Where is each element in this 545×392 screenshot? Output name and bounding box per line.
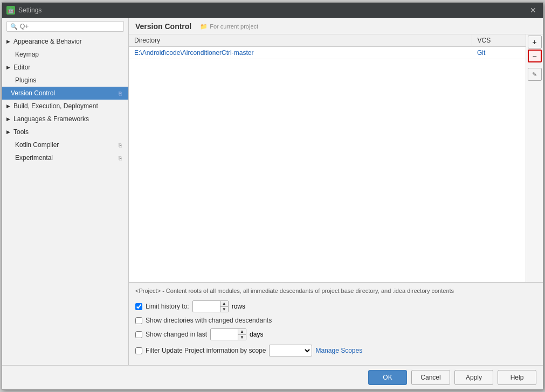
limit-history-unit: rows [232,303,245,310]
content-area: Directory VCS E:\Android\code\Airconditi… [129,34,543,365]
spinner-down[interactable]: ▼ [238,334,246,340]
help-button[interactable]: Help [498,370,536,385]
scope-dropdown[interactable] [269,345,312,356]
arrow-icon: ▶ [6,65,10,70]
edit-button[interactable]: ✎ [528,68,542,81]
arrow-icon: ▶ [6,129,10,135]
add-button[interactable]: + [528,36,542,48]
external-icon: ⎘ [119,90,122,96]
spinner-up[interactable]: ▲ [238,328,246,334]
sidebar-item-label: Version Control [11,89,55,97]
dialog-footer: OK Cancel Apply Help [2,365,543,389]
sidebar-item-label: Kotlin Compiler [11,141,59,149]
show-changed-last-row: Show changed in last 31 ▲ ▼ days [135,328,536,340]
limit-history-text: Limit history to: [146,303,189,310]
sidebar-item-label: Tools [13,128,29,136]
sidebar-item-plugins[interactable]: Plugins [2,74,128,87]
sidebar-item-label: Editor [13,64,30,71]
limit-history-row: Limit history to: 1,000 ▲ ▼ rows [135,300,536,312]
limit-history-value[interactable]: 1,000 [193,302,220,311]
show-changed-checkbox[interactable] [135,317,142,324]
table-toolbar: + − ✎ [526,34,543,282]
sidebar-item-kotlin[interactable]: Kotlin Compiler ⎘ [2,138,128,151]
sidebar-item-label: Languages & Frameworks [13,115,89,123]
external-icon: ⎘ [119,155,122,161]
directory-cell: E:\Android\code\AirconditionerCtrl-maste… [129,47,472,59]
remove-button[interactable]: − [528,50,542,62]
settings-dialog: 🤖 Settings ✕ 🔍 ▶ Appearance & Behavior K… [2,2,543,390]
days-value[interactable]: 31 [211,330,238,339]
external-icon: ⎘ [119,142,122,148]
spinner-up[interactable]: ▲ [220,300,228,306]
vcs-column-header: VCS [472,34,526,47]
cancel-button[interactable]: Cancel [411,370,450,385]
dialog-title: Settings [18,6,42,14]
settings-area: <Project> - Content roots of all modules… [129,283,543,365]
sidebar-item-languages[interactable]: ▶ Languages & Frameworks [2,113,128,125]
search-input[interactable] [20,23,120,30]
manage-scopes-button[interactable]: Manage Scopes [315,347,362,354]
directory-column-header: Directory [129,34,472,47]
sidebar-item-experimental[interactable]: Experimental ⎘ [2,151,128,164]
days-unit: days [250,331,263,338]
title-bar-left: 🤖 Settings [6,6,42,15]
limit-history-input-wrap: 1,000 ▲ ▼ [192,300,229,312]
table-container: Directory VCS E:\Android\code\Airconditi… [129,34,543,283]
dialog-body: 🔍 ▶ Appearance & Behavior Keymap ▶ Edito… [2,18,543,365]
sidebar-item-label: Plugins [15,76,36,84]
sidebar-item-label: Appearance & Behavior [13,38,82,45]
sidebar-item-label: Build, Execution, Deployment [13,102,98,110]
panel-title: Version Control [135,22,191,31]
days-spinners: ▲ ▼ [238,328,246,340]
filter-update-label[interactable]: Filter Update Project information by sco… [135,347,266,354]
sidebar: 🔍 ▶ Appearance & Behavior Keymap ▶ Edito… [2,18,129,365]
sidebar-item-build[interactable]: ▶ Build, Execution, Deployment [2,100,128,113]
limit-history-checkbox[interactable] [135,303,142,310]
vcs-table: Directory VCS E:\Android\code\Airconditi… [129,34,526,59]
sidebar-item-editor[interactable]: ▶ Editor [2,61,128,74]
arrow-icon: ▶ [6,116,10,122]
sidebar-item-version-control[interactable]: Version Control ⎘ [2,87,128,100]
days-input-wrap: 31 ▲ ▼ [210,328,246,340]
sidebar-item-tools[interactable]: ▶ Tools [2,125,128,138]
show-changed-label[interactable]: Show directories with changed descendant… [135,317,272,324]
panel-subtitle: 📁 For current project [200,23,258,30]
apply-button[interactable]: Apply [454,370,493,385]
sidebar-item-label: Keymap [15,51,39,58]
limit-history-spinners: ▲ ▼ [220,300,228,312]
main-content: Version Control 📁 For current project Di… [129,18,543,365]
search-box[interactable]: 🔍 [6,21,124,32]
panel-subtitle-text: For current project [210,23,258,30]
filter-update-text: Filter Update Project information by sco… [146,347,266,354]
show-changed-text: Show directories with changed descendant… [146,317,272,324]
table-wrapper: Directory VCS E:\Android\code\Airconditi… [129,34,526,282]
panel-header: Version Control 📁 For current project [129,18,543,34]
show-changed-row: Show directories with changed descendant… [135,317,536,324]
close-button[interactable]: ✕ [528,5,539,16]
project-icon: 📁 [200,23,208,30]
android-icon: 🤖 [6,6,15,15]
sidebar-item-appearance[interactable]: ▶ Appearance & Behavior [2,35,128,48]
project-note: <Project> - Content roots of all modules… [135,287,536,295]
table-row[interactable]: E:\Android\code\AirconditionerCtrl-maste… [129,47,526,59]
show-changed-last-label[interactable]: Show changed in last [135,331,207,338]
filter-update-row: Filter Update Project information by sco… [135,345,536,356]
show-changed-last-text: Show changed in last [146,331,207,338]
filter-update-checkbox[interactable] [135,347,142,354]
search-icon: 🔍 [10,23,18,30]
ok-button[interactable]: OK [368,370,407,385]
show-changed-last-checkbox[interactable] [135,331,142,338]
spinner-down[interactable]: ▼ [220,306,228,312]
title-bar: 🤖 Settings ✕ [2,3,543,18]
limit-history-label[interactable]: Limit history to: [135,303,189,310]
arrow-icon: ▶ [6,39,10,44]
vcs-cell: Git [472,47,526,59]
sidebar-item-keymap[interactable]: Keymap [2,48,128,61]
arrow-icon: ▶ [6,103,10,109]
sidebar-item-label: Experimental [11,154,53,162]
